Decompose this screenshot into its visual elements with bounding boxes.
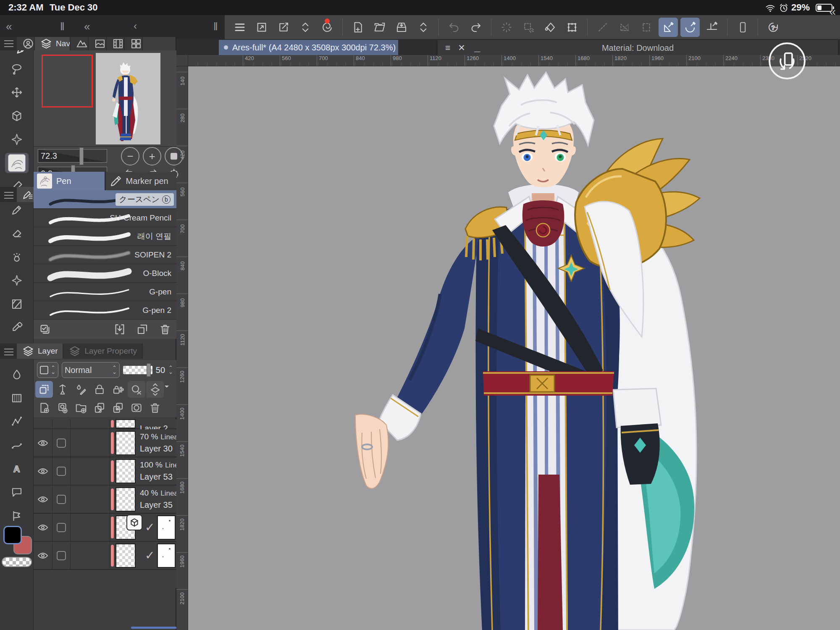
main-color-swatch[interactable] bbox=[3, 526, 22, 544]
layer-row[interactable]: ✓ 25 % Layer bbox=[34, 542, 176, 570]
new-folder-button[interactable] bbox=[72, 399, 90, 416]
tab-quick-access[interactable] bbox=[17, 37, 34, 50]
tool-material-flag[interactable] bbox=[5, 506, 29, 526]
tab-timeline[interactable] bbox=[107, 37, 124, 50]
fill-selection-button[interactable] bbox=[541, 18, 560, 37]
vertical-ruler[interactable]: 1402804205607008409801120126014001540168… bbox=[176, 55, 188, 630]
snap-to-grid-button[interactable] bbox=[702, 18, 722, 37]
tool-pencil[interactable] bbox=[5, 200, 29, 220]
tool-decoration-sparkle[interactable] bbox=[5, 270, 29, 291]
layer-select-checkbox[interactable] bbox=[52, 523, 70, 532]
toolbar-handle-icon[interactable]: ‖ bbox=[213, 20, 218, 33]
layer-row[interactable]: 70 %Linear burn Layer 30 bbox=[34, 429, 176, 457]
share-publish-button[interactable] bbox=[274, 18, 293, 37]
fullscreen-button[interactable] bbox=[252, 18, 271, 37]
tool-text[interactable] bbox=[5, 459, 29, 479]
horizontal-ruler[interactable]: 4205607008409801120126014001540168018201… bbox=[188, 55, 840, 66]
layer-thumbnail[interactable] bbox=[116, 459, 136, 483]
layer-row[interactable]: Layer 2 bbox=[34, 419, 176, 429]
selection-polygon-button[interactable] bbox=[615, 18, 634, 37]
delete-brush-icon[interactable] bbox=[159, 323, 171, 336]
back-chevron-icon[interactable]: ‹ bbox=[134, 20, 137, 32]
deselect-button[interactable] bbox=[519, 18, 538, 37]
layer-select-checkbox[interactable] bbox=[52, 438, 70, 448]
layer-thumbnail[interactable] bbox=[116, 515, 136, 540]
tab-layer-property[interactable]: Layer Property bbox=[63, 344, 142, 359]
layer-list-scrollbar[interactable] bbox=[131, 627, 176, 629]
subtool-tab-marker-pen[interactable]: Marker pen bbox=[106, 172, 177, 190]
lock-layer-button[interactable] bbox=[91, 381, 108, 398]
layer-menu-icon[interactable] bbox=[4, 349, 13, 355]
save-options-button[interactable] bbox=[414, 18, 433, 37]
rotate-canvas-button[interactable] bbox=[769, 42, 806, 79]
layer-row[interactable]: 40 %Linear burn Layer 35 bbox=[34, 486, 176, 514]
transform-button[interactable] bbox=[562, 18, 582, 37]
layer-mask-thumbnail[interactable] bbox=[157, 543, 176, 568]
collapse-palette-icon[interactable]: « bbox=[6, 20, 12, 33]
layer-select-checkbox[interactable] bbox=[52, 467, 70, 476]
palette-handle-icon[interactable]: ‖ bbox=[60, 20, 65, 33]
tab-layer[interactable]: Layer bbox=[17, 344, 63, 359]
layer-visibility-eye-icon[interactable] bbox=[34, 522, 52, 533]
brush-item[interactable]: 래이 연필 bbox=[34, 227, 176, 246]
tab-information[interactable] bbox=[125, 37, 142, 50]
zoom-slider-handle[interactable] bbox=[79, 147, 84, 165]
subtool-menu-icon[interactable] bbox=[4, 192, 13, 199]
clip-to-layer-below-button[interactable] bbox=[35, 381, 53, 398]
subtool-tab-pen[interactable]: Pen bbox=[34, 172, 105, 190]
tool-selection[interactable] bbox=[5, 59, 29, 79]
selection-line-button[interactable] bbox=[593, 18, 612, 37]
opacity-stepper[interactable]: ⌃⌄ bbox=[168, 366, 173, 374]
tool-gradient[interactable] bbox=[5, 388, 29, 408]
import-brush-icon[interactable] bbox=[113, 323, 126, 336]
tab-navigator[interactable]: Navigat bbox=[35, 37, 69, 50]
multi-select-icon[interactable] bbox=[39, 323, 51, 336]
tool-eraser[interactable] bbox=[5, 223, 29, 244]
toolbar-expand-button[interactable] bbox=[296, 18, 315, 37]
tool-eyedropper[interactable] bbox=[5, 318, 29, 338]
layer-color-stepper[interactable]: ⌃⌄ bbox=[37, 362, 58, 378]
layer-thumbnail[interactable] bbox=[116, 419, 136, 428]
selection-rectangle-button[interactable] bbox=[637, 18, 656, 37]
layer-row[interactable]: ✓ 100 % Layer bbox=[34, 514, 176, 542]
layer-select-checkbox[interactable] bbox=[52, 551, 70, 560]
layer-thumbnail[interactable] bbox=[116, 543, 136, 568]
layer-visibility-eye-icon[interactable] bbox=[34, 550, 52, 562]
new-canvas-button[interactable] bbox=[348, 18, 368, 37]
save-button[interactable] bbox=[392, 18, 411, 37]
tool-frame-border[interactable] bbox=[5, 294, 29, 314]
brush-item[interactable]: SOIPEN 2 bbox=[34, 246, 176, 264]
layer-row[interactable]: 100 %Linear bur Layer 53 bbox=[34, 457, 176, 486]
document-tab[interactable]: Ares-full* (A4 2480 x 3508px 300dpi 72.3… bbox=[219, 40, 398, 55]
navigator-preview[interactable] bbox=[34, 50, 176, 146]
processing-indicator[interactable] bbox=[497, 18, 516, 37]
drawing-canvas[interactable] bbox=[188, 66, 840, 630]
brush-item[interactable]: G-pen 2 bbox=[34, 301, 176, 320]
tool-airbrush[interactable] bbox=[5, 247, 29, 267]
layer-visibility-eye-icon[interactable] bbox=[34, 494, 52, 505]
layer-thumbnail[interactable] bbox=[116, 487, 136, 512]
lock-transparent-pixels-button[interactable] bbox=[109, 381, 127, 398]
tool-move[interactable] bbox=[5, 82, 29, 102]
brush-item[interactable]: G-pen bbox=[34, 283, 176, 301]
collapse-panel-icon[interactable]: « bbox=[84, 20, 90, 33]
transfer-to-layer-button[interactable] bbox=[91, 399, 108, 416]
layer-thumbnail[interactable] bbox=[116, 431, 136, 455]
duplicate-brush-icon[interactable] bbox=[136, 323, 149, 336]
new-layer-dialog-button[interactable] bbox=[54, 399, 71, 416]
undo-button[interactable] bbox=[444, 18, 464, 37]
opacity-slider[interactable] bbox=[123, 366, 152, 374]
zoom-out-button[interactable]: − bbox=[121, 147, 139, 165]
redo-button[interactable] bbox=[466, 18, 486, 37]
navigator-view-rectangle[interactable] bbox=[42, 55, 93, 108]
enable-mask-button[interactable] bbox=[128, 381, 145, 398]
snap-to-ruler-button[interactable] bbox=[659, 18, 678, 37]
tool-decoration-star[interactable] bbox=[5, 129, 29, 150]
navigator-menu-icon[interactable] bbox=[4, 40, 13, 47]
opacity-slider-handle[interactable] bbox=[147, 363, 151, 377]
layer-visibility-eye-icon[interactable] bbox=[34, 465, 52, 477]
layer-mask-thumbnail[interactable] bbox=[157, 515, 176, 540]
tool-balloon[interactable] bbox=[5, 482, 29, 502]
new-raster-layer-button[interactable] bbox=[35, 399, 53, 416]
companion-mode-button[interactable] bbox=[733, 18, 752, 37]
